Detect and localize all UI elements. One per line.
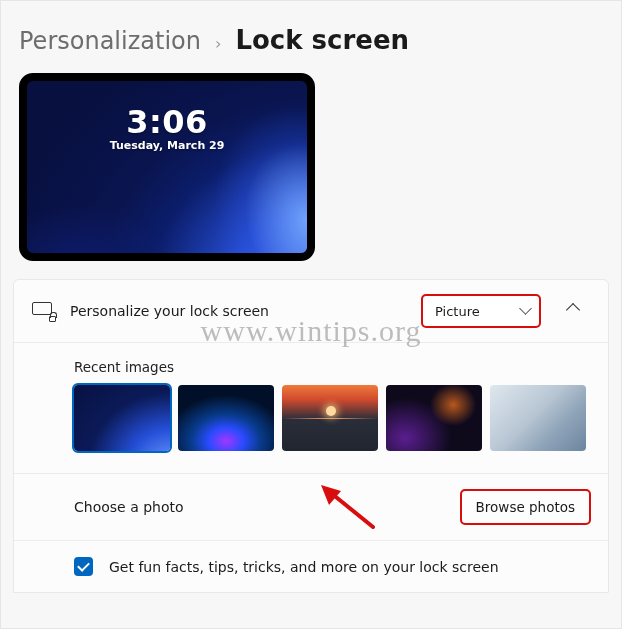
- fun-facts-checkbox[interactable]: [74, 557, 93, 576]
- recent-images-label: Recent images: [74, 359, 590, 375]
- breadcrumb-parent-personalization[interactable]: Personalization: [19, 27, 201, 55]
- chevron-down-icon: [521, 306, 531, 316]
- check-icon: [80, 562, 87, 571]
- preview-time: 3:06: [110, 103, 225, 141]
- recent-images-list: [74, 385, 590, 451]
- choose-photo-row: Choose a photo Browse photos: [14, 473, 608, 540]
- browse-photos-button[interactable]: Browse photos: [461, 490, 590, 524]
- personalize-header-row[interactable]: Personalize your lock screen Picture: [14, 280, 608, 342]
- page-title: Lock screen: [235, 25, 409, 55]
- lock-screen-preview: 3:06 Tuesday, March 29: [19, 73, 315, 261]
- recent-images-block: Recent images: [14, 342, 608, 473]
- breadcrumb: Personalization › Lock screen: [1, 1, 621, 73]
- lock-screen-icon: [32, 302, 54, 320]
- recent-image-4[interactable]: [386, 385, 482, 451]
- expand-toggle[interactable]: [556, 294, 590, 328]
- background-type-select[interactable]: Picture: [422, 295, 540, 327]
- preview-date: Tuesday, March 29: [110, 139, 225, 152]
- personalize-card: Personalize your lock screen Picture Rec…: [13, 279, 609, 593]
- recent-image-2[interactable]: [178, 385, 274, 451]
- chevron-right-icon: ›: [215, 34, 221, 53]
- chevron-up-icon: [568, 301, 578, 311]
- recent-image-3[interactable]: [282, 385, 378, 451]
- background-type-value: Picture: [435, 304, 480, 319]
- choose-photo-label: Choose a photo: [74, 499, 445, 515]
- personalize-label: Personalize your lock screen: [70, 303, 406, 319]
- recent-image-5[interactable]: [490, 385, 586, 451]
- recent-image-1[interactable]: [74, 385, 170, 451]
- fun-facts-row: Get fun facts, tips, tricks, and more on…: [14, 540, 608, 592]
- fun-facts-label: Get fun facts, tips, tricks, and more on…: [109, 559, 590, 575]
